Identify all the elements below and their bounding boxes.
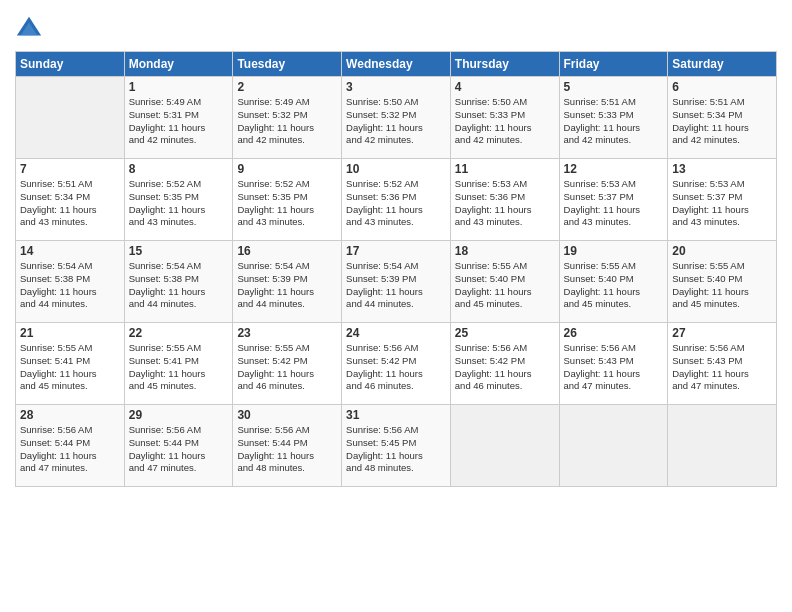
day-info: Sunrise: 5:56 AMSunset: 5:44 PMDaylight:… bbox=[129, 424, 229, 475]
day-number: 7 bbox=[20, 162, 120, 176]
day-number: 14 bbox=[20, 244, 120, 258]
day-info: Sunrise: 5:51 AMSunset: 5:34 PMDaylight:… bbox=[672, 96, 772, 147]
calendar-cell: 29Sunrise: 5:56 AMSunset: 5:44 PMDayligh… bbox=[124, 405, 233, 487]
day-number: 12 bbox=[564, 162, 664, 176]
calendar-cell bbox=[668, 405, 777, 487]
day-info: Sunrise: 5:56 AMSunset: 5:45 PMDaylight:… bbox=[346, 424, 446, 475]
day-info: Sunrise: 5:54 AMSunset: 5:39 PMDaylight:… bbox=[346, 260, 446, 311]
day-number: 11 bbox=[455, 162, 555, 176]
week-row-4: 21Sunrise: 5:55 AMSunset: 5:41 PMDayligh… bbox=[16, 323, 777, 405]
week-row-3: 14Sunrise: 5:54 AMSunset: 5:38 PMDayligh… bbox=[16, 241, 777, 323]
day-info: Sunrise: 5:51 AMSunset: 5:33 PMDaylight:… bbox=[564, 96, 664, 147]
week-row-2: 7Sunrise: 5:51 AMSunset: 5:34 PMDaylight… bbox=[16, 159, 777, 241]
day-info: Sunrise: 5:50 AMSunset: 5:32 PMDaylight:… bbox=[346, 96, 446, 147]
day-info: Sunrise: 5:52 AMSunset: 5:36 PMDaylight:… bbox=[346, 178, 446, 229]
day-info: Sunrise: 5:52 AMSunset: 5:35 PMDaylight:… bbox=[237, 178, 337, 229]
calendar-cell: 5Sunrise: 5:51 AMSunset: 5:33 PMDaylight… bbox=[559, 77, 668, 159]
day-number: 6 bbox=[672, 80, 772, 94]
day-number: 19 bbox=[564, 244, 664, 258]
calendar-cell: 24Sunrise: 5:56 AMSunset: 5:42 PMDayligh… bbox=[342, 323, 451, 405]
day-info: Sunrise: 5:51 AMSunset: 5:34 PMDaylight:… bbox=[20, 178, 120, 229]
calendar-cell: 23Sunrise: 5:55 AMSunset: 5:42 PMDayligh… bbox=[233, 323, 342, 405]
calendar-cell: 10Sunrise: 5:52 AMSunset: 5:36 PMDayligh… bbox=[342, 159, 451, 241]
week-row-5: 28Sunrise: 5:56 AMSunset: 5:44 PMDayligh… bbox=[16, 405, 777, 487]
day-info: Sunrise: 5:55 AMSunset: 5:41 PMDaylight:… bbox=[129, 342, 229, 393]
day-number: 16 bbox=[237, 244, 337, 258]
calendar-cell: 25Sunrise: 5:56 AMSunset: 5:42 PMDayligh… bbox=[450, 323, 559, 405]
day-number: 9 bbox=[237, 162, 337, 176]
day-info: Sunrise: 5:49 AMSunset: 5:31 PMDaylight:… bbox=[129, 96, 229, 147]
calendar-cell: 4Sunrise: 5:50 AMSunset: 5:33 PMDaylight… bbox=[450, 77, 559, 159]
day-number: 28 bbox=[20, 408, 120, 422]
calendar-cell: 22Sunrise: 5:55 AMSunset: 5:41 PMDayligh… bbox=[124, 323, 233, 405]
weekday-sunday: Sunday bbox=[16, 52, 125, 77]
calendar-cell: 15Sunrise: 5:54 AMSunset: 5:38 PMDayligh… bbox=[124, 241, 233, 323]
weekday-saturday: Saturday bbox=[668, 52, 777, 77]
day-number: 18 bbox=[455, 244, 555, 258]
day-info: Sunrise: 5:53 AMSunset: 5:36 PMDaylight:… bbox=[455, 178, 555, 229]
day-number: 27 bbox=[672, 326, 772, 340]
day-info: Sunrise: 5:56 AMSunset: 5:42 PMDaylight:… bbox=[346, 342, 446, 393]
calendar-cell: 9Sunrise: 5:52 AMSunset: 5:35 PMDaylight… bbox=[233, 159, 342, 241]
weekday-header-row: SundayMondayTuesdayWednesdayThursdayFrid… bbox=[16, 52, 777, 77]
calendar-cell: 11Sunrise: 5:53 AMSunset: 5:36 PMDayligh… bbox=[450, 159, 559, 241]
calendar-cell: 16Sunrise: 5:54 AMSunset: 5:39 PMDayligh… bbox=[233, 241, 342, 323]
day-number: 25 bbox=[455, 326, 555, 340]
header bbox=[15, 10, 777, 43]
day-info: Sunrise: 5:56 AMSunset: 5:43 PMDaylight:… bbox=[672, 342, 772, 393]
calendar-table: SundayMondayTuesdayWednesdayThursdayFrid… bbox=[15, 51, 777, 487]
calendar-cell bbox=[16, 77, 125, 159]
day-info: Sunrise: 5:55 AMSunset: 5:41 PMDaylight:… bbox=[20, 342, 120, 393]
day-number: 20 bbox=[672, 244, 772, 258]
day-info: Sunrise: 5:53 AMSunset: 5:37 PMDaylight:… bbox=[564, 178, 664, 229]
calendar-cell: 12Sunrise: 5:53 AMSunset: 5:37 PMDayligh… bbox=[559, 159, 668, 241]
weekday-monday: Monday bbox=[124, 52, 233, 77]
day-info: Sunrise: 5:54 AMSunset: 5:39 PMDaylight:… bbox=[237, 260, 337, 311]
day-number: 29 bbox=[129, 408, 229, 422]
calendar-cell bbox=[450, 405, 559, 487]
day-info: Sunrise: 5:56 AMSunset: 5:42 PMDaylight:… bbox=[455, 342, 555, 393]
calendar-cell: 17Sunrise: 5:54 AMSunset: 5:39 PMDayligh… bbox=[342, 241, 451, 323]
calendar-cell: 8Sunrise: 5:52 AMSunset: 5:35 PMDaylight… bbox=[124, 159, 233, 241]
day-info: Sunrise: 5:50 AMSunset: 5:33 PMDaylight:… bbox=[455, 96, 555, 147]
weekday-friday: Friday bbox=[559, 52, 668, 77]
day-info: Sunrise: 5:56 AMSunset: 5:43 PMDaylight:… bbox=[564, 342, 664, 393]
day-number: 21 bbox=[20, 326, 120, 340]
day-number: 8 bbox=[129, 162, 229, 176]
calendar-cell: 26Sunrise: 5:56 AMSunset: 5:43 PMDayligh… bbox=[559, 323, 668, 405]
day-number: 31 bbox=[346, 408, 446, 422]
calendar-cell: 6Sunrise: 5:51 AMSunset: 5:34 PMDaylight… bbox=[668, 77, 777, 159]
weekday-tuesday: Tuesday bbox=[233, 52, 342, 77]
calendar-cell: 27Sunrise: 5:56 AMSunset: 5:43 PMDayligh… bbox=[668, 323, 777, 405]
calendar-cell: 14Sunrise: 5:54 AMSunset: 5:38 PMDayligh… bbox=[16, 241, 125, 323]
day-info: Sunrise: 5:56 AMSunset: 5:44 PMDaylight:… bbox=[237, 424, 337, 475]
day-info: Sunrise: 5:53 AMSunset: 5:37 PMDaylight:… bbox=[672, 178, 772, 229]
day-info: Sunrise: 5:49 AMSunset: 5:32 PMDaylight:… bbox=[237, 96, 337, 147]
day-info: Sunrise: 5:55 AMSunset: 5:40 PMDaylight:… bbox=[564, 260, 664, 311]
calendar-cell: 28Sunrise: 5:56 AMSunset: 5:44 PMDayligh… bbox=[16, 405, 125, 487]
day-number: 30 bbox=[237, 408, 337, 422]
day-number: 2 bbox=[237, 80, 337, 94]
day-info: Sunrise: 5:52 AMSunset: 5:35 PMDaylight:… bbox=[129, 178, 229, 229]
day-info: Sunrise: 5:54 AMSunset: 5:38 PMDaylight:… bbox=[129, 260, 229, 311]
logo-icon bbox=[15, 15, 43, 43]
day-number: 1 bbox=[129, 80, 229, 94]
calendar-cell: 21Sunrise: 5:55 AMSunset: 5:41 PMDayligh… bbox=[16, 323, 125, 405]
day-number: 26 bbox=[564, 326, 664, 340]
week-row-1: 1Sunrise: 5:49 AMSunset: 5:31 PMDaylight… bbox=[16, 77, 777, 159]
calendar-cell bbox=[559, 405, 668, 487]
calendar-cell: 20Sunrise: 5:55 AMSunset: 5:40 PMDayligh… bbox=[668, 241, 777, 323]
day-number: 3 bbox=[346, 80, 446, 94]
calendar-cell: 31Sunrise: 5:56 AMSunset: 5:45 PMDayligh… bbox=[342, 405, 451, 487]
calendar-cell: 2Sunrise: 5:49 AMSunset: 5:32 PMDaylight… bbox=[233, 77, 342, 159]
calendar-cell: 19Sunrise: 5:55 AMSunset: 5:40 PMDayligh… bbox=[559, 241, 668, 323]
calendar-cell: 7Sunrise: 5:51 AMSunset: 5:34 PMDaylight… bbox=[16, 159, 125, 241]
day-info: Sunrise: 5:54 AMSunset: 5:38 PMDaylight:… bbox=[20, 260, 120, 311]
day-number: 17 bbox=[346, 244, 446, 258]
day-number: 22 bbox=[129, 326, 229, 340]
day-number: 13 bbox=[672, 162, 772, 176]
calendar-cell: 3Sunrise: 5:50 AMSunset: 5:32 PMDaylight… bbox=[342, 77, 451, 159]
day-number: 23 bbox=[237, 326, 337, 340]
day-number: 5 bbox=[564, 80, 664, 94]
weekday-thursday: Thursday bbox=[450, 52, 559, 77]
